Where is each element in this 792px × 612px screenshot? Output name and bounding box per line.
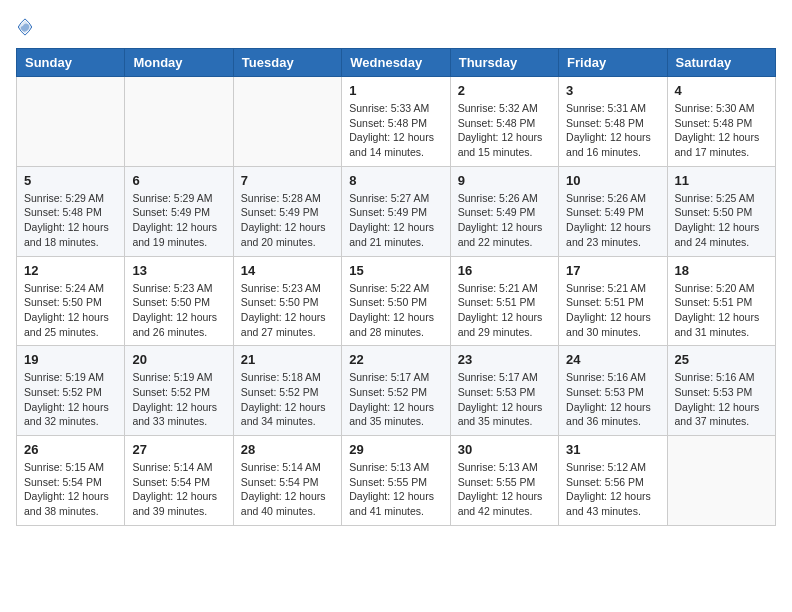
day-info: Sunrise: 5:26 AM Sunset: 5:49 PM Dayligh… xyxy=(566,191,659,250)
day-info: Sunrise: 5:19 AM Sunset: 5:52 PM Dayligh… xyxy=(24,370,117,429)
day-info: Sunrise: 5:18 AM Sunset: 5:52 PM Dayligh… xyxy=(241,370,334,429)
day-number: 9 xyxy=(458,173,551,188)
day-number: 13 xyxy=(132,263,225,278)
day-number: 25 xyxy=(675,352,768,367)
calendar-week-row: 26Sunrise: 5:15 AM Sunset: 5:54 PM Dayli… xyxy=(17,436,776,526)
calendar-cell: 9Sunrise: 5:26 AM Sunset: 5:49 PM Daylig… xyxy=(450,166,558,256)
day-info: Sunrise: 5:31 AM Sunset: 5:48 PM Dayligh… xyxy=(566,101,659,160)
calendar-cell: 1Sunrise: 5:33 AM Sunset: 5:48 PM Daylig… xyxy=(342,77,450,167)
day-number: 16 xyxy=(458,263,551,278)
day-number: 14 xyxy=(241,263,334,278)
day-info: Sunrise: 5:29 AM Sunset: 5:49 PM Dayligh… xyxy=(132,191,225,250)
page-header xyxy=(16,16,776,36)
calendar-cell: 11Sunrise: 5:25 AM Sunset: 5:50 PM Dayli… xyxy=(667,166,775,256)
calendar-cell: 21Sunrise: 5:18 AM Sunset: 5:52 PM Dayli… xyxy=(233,346,341,436)
calendar-cell: 28Sunrise: 5:14 AM Sunset: 5:54 PM Dayli… xyxy=(233,436,341,526)
day-number: 28 xyxy=(241,442,334,457)
day-info: Sunrise: 5:29 AM Sunset: 5:48 PM Dayligh… xyxy=(24,191,117,250)
calendar-cell: 22Sunrise: 5:17 AM Sunset: 5:52 PM Dayli… xyxy=(342,346,450,436)
logo-icon xyxy=(16,18,34,36)
calendar-cell: 8Sunrise: 5:27 AM Sunset: 5:49 PM Daylig… xyxy=(342,166,450,256)
day-number: 30 xyxy=(458,442,551,457)
weekday-header: Thursday xyxy=(450,49,558,77)
day-info: Sunrise: 5:33 AM Sunset: 5:48 PM Dayligh… xyxy=(349,101,442,160)
day-info: Sunrise: 5:27 AM Sunset: 5:49 PM Dayligh… xyxy=(349,191,442,250)
day-number: 29 xyxy=(349,442,442,457)
day-info: Sunrise: 5:17 AM Sunset: 5:52 PM Dayligh… xyxy=(349,370,442,429)
day-number: 15 xyxy=(349,263,442,278)
day-number: 4 xyxy=(675,83,768,98)
day-number: 24 xyxy=(566,352,659,367)
day-info: Sunrise: 5:12 AM Sunset: 5:56 PM Dayligh… xyxy=(566,460,659,519)
day-number: 5 xyxy=(24,173,117,188)
calendar-cell: 14Sunrise: 5:23 AM Sunset: 5:50 PM Dayli… xyxy=(233,256,341,346)
calendar-cell: 18Sunrise: 5:20 AM Sunset: 5:51 PM Dayli… xyxy=(667,256,775,346)
day-number: 17 xyxy=(566,263,659,278)
calendar-cell xyxy=(667,436,775,526)
day-info: Sunrise: 5:23 AM Sunset: 5:50 PM Dayligh… xyxy=(132,281,225,340)
weekday-header: Friday xyxy=(559,49,667,77)
day-info: Sunrise: 5:23 AM Sunset: 5:50 PM Dayligh… xyxy=(241,281,334,340)
day-info: Sunrise: 5:22 AM Sunset: 5:50 PM Dayligh… xyxy=(349,281,442,340)
day-number: 20 xyxy=(132,352,225,367)
day-info: Sunrise: 5:20 AM Sunset: 5:51 PM Dayligh… xyxy=(675,281,768,340)
calendar-cell: 25Sunrise: 5:16 AM Sunset: 5:53 PM Dayli… xyxy=(667,346,775,436)
calendar-cell: 27Sunrise: 5:14 AM Sunset: 5:54 PM Dayli… xyxy=(125,436,233,526)
day-info: Sunrise: 5:21 AM Sunset: 5:51 PM Dayligh… xyxy=(458,281,551,340)
day-number: 12 xyxy=(24,263,117,278)
day-number: 23 xyxy=(458,352,551,367)
day-number: 1 xyxy=(349,83,442,98)
day-info: Sunrise: 5:14 AM Sunset: 5:54 PM Dayligh… xyxy=(241,460,334,519)
day-number: 6 xyxy=(132,173,225,188)
weekday-header: Saturday xyxy=(667,49,775,77)
calendar-week-row: 1Sunrise: 5:33 AM Sunset: 5:48 PM Daylig… xyxy=(17,77,776,167)
day-number: 2 xyxy=(458,83,551,98)
calendar-cell: 15Sunrise: 5:22 AM Sunset: 5:50 PM Dayli… xyxy=(342,256,450,346)
weekday-header: Sunday xyxy=(17,49,125,77)
calendar-cell: 19Sunrise: 5:19 AM Sunset: 5:52 PM Dayli… xyxy=(17,346,125,436)
calendar-cell xyxy=(233,77,341,167)
weekday-header: Wednesday xyxy=(342,49,450,77)
day-info: Sunrise: 5:16 AM Sunset: 5:53 PM Dayligh… xyxy=(566,370,659,429)
day-number: 19 xyxy=(24,352,117,367)
calendar-cell: 23Sunrise: 5:17 AM Sunset: 5:53 PM Dayli… xyxy=(450,346,558,436)
day-info: Sunrise: 5:15 AM Sunset: 5:54 PM Dayligh… xyxy=(24,460,117,519)
day-number: 21 xyxy=(241,352,334,367)
calendar-cell: 31Sunrise: 5:12 AM Sunset: 5:56 PM Dayli… xyxy=(559,436,667,526)
day-info: Sunrise: 5:13 AM Sunset: 5:55 PM Dayligh… xyxy=(458,460,551,519)
calendar-cell: 10Sunrise: 5:26 AM Sunset: 5:49 PM Dayli… xyxy=(559,166,667,256)
day-info: Sunrise: 5:26 AM Sunset: 5:49 PM Dayligh… xyxy=(458,191,551,250)
day-info: Sunrise: 5:32 AM Sunset: 5:48 PM Dayligh… xyxy=(458,101,551,160)
day-info: Sunrise: 5:13 AM Sunset: 5:55 PM Dayligh… xyxy=(349,460,442,519)
calendar-cell: 6Sunrise: 5:29 AM Sunset: 5:49 PM Daylig… xyxy=(125,166,233,256)
day-info: Sunrise: 5:16 AM Sunset: 5:53 PM Dayligh… xyxy=(675,370,768,429)
calendar-cell: 26Sunrise: 5:15 AM Sunset: 5:54 PM Dayli… xyxy=(17,436,125,526)
calendar-week-row: 5Sunrise: 5:29 AM Sunset: 5:48 PM Daylig… xyxy=(17,166,776,256)
calendar-cell: 2Sunrise: 5:32 AM Sunset: 5:48 PM Daylig… xyxy=(450,77,558,167)
calendar-cell: 24Sunrise: 5:16 AM Sunset: 5:53 PM Dayli… xyxy=(559,346,667,436)
calendar-cell: 16Sunrise: 5:21 AM Sunset: 5:51 PM Dayli… xyxy=(450,256,558,346)
day-number: 31 xyxy=(566,442,659,457)
calendar-cell: 13Sunrise: 5:23 AM Sunset: 5:50 PM Dayli… xyxy=(125,256,233,346)
calendar-cell: 7Sunrise: 5:28 AM Sunset: 5:49 PM Daylig… xyxy=(233,166,341,256)
calendar-week-row: 19Sunrise: 5:19 AM Sunset: 5:52 PM Dayli… xyxy=(17,346,776,436)
day-number: 3 xyxy=(566,83,659,98)
day-number: 10 xyxy=(566,173,659,188)
weekday-header-row: SundayMondayTuesdayWednesdayThursdayFrid… xyxy=(17,49,776,77)
day-info: Sunrise: 5:14 AM Sunset: 5:54 PM Dayligh… xyxy=(132,460,225,519)
day-info: Sunrise: 5:19 AM Sunset: 5:52 PM Dayligh… xyxy=(132,370,225,429)
day-info: Sunrise: 5:30 AM Sunset: 5:48 PM Dayligh… xyxy=(675,101,768,160)
day-number: 22 xyxy=(349,352,442,367)
calendar-cell xyxy=(17,77,125,167)
calendar-cell: 5Sunrise: 5:29 AM Sunset: 5:48 PM Daylig… xyxy=(17,166,125,256)
day-number: 8 xyxy=(349,173,442,188)
day-info: Sunrise: 5:17 AM Sunset: 5:53 PM Dayligh… xyxy=(458,370,551,429)
day-number: 27 xyxy=(132,442,225,457)
calendar-cell: 3Sunrise: 5:31 AM Sunset: 5:48 PM Daylig… xyxy=(559,77,667,167)
calendar-table: SundayMondayTuesdayWednesdayThursdayFrid… xyxy=(16,48,776,526)
day-number: 7 xyxy=(241,173,334,188)
calendar-cell: 12Sunrise: 5:24 AM Sunset: 5:50 PM Dayli… xyxy=(17,256,125,346)
calendar-cell: 30Sunrise: 5:13 AM Sunset: 5:55 PM Dayli… xyxy=(450,436,558,526)
calendar-cell: 20Sunrise: 5:19 AM Sunset: 5:52 PM Dayli… xyxy=(125,346,233,436)
day-info: Sunrise: 5:25 AM Sunset: 5:50 PM Dayligh… xyxy=(675,191,768,250)
